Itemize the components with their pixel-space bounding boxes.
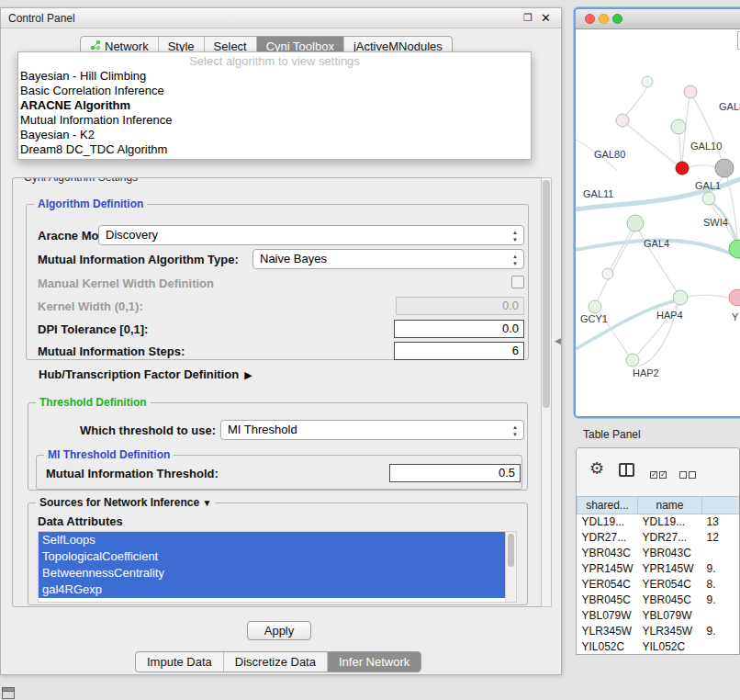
network-edge[interactable] <box>688 295 729 298</box>
network-canvas[interactable]: GAL80GAL10GAL11GAL1SWI4GAL4GCY1HAP4HAP2G… <box>576 29 740 418</box>
sources-group-title[interactable]: Sources for Network Inference ▼ <box>36 496 215 509</box>
table-row[interactable]: YIL052CYIL052C <box>577 639 740 655</box>
table-cell: YER054C <box>577 577 638 593</box>
scrollbar-thumb[interactable] <box>543 180 550 408</box>
network-node[interactable] <box>602 268 613 279</box>
mi-threshold-group-title: MI Threshold Definition <box>44 448 174 461</box>
attributes-list-scrollbar[interactable] <box>505 532 516 602</box>
hub-transcription-section-toggle[interactable]: Hub/Transcription Factor Definition▶ <box>39 367 252 381</box>
expanded-triangle-icon: ▼ <box>202 498 211 508</box>
network-edge[interactable] <box>625 87 647 116</box>
tab-infer-network[interactable]: Infer Network <box>328 652 420 672</box>
table-row[interactable]: YBR045CYBR045C9. <box>577 593 740 608</box>
control-panel-titlebar: Control Panel ❐ ✕ <box>1 8 561 28</box>
table-cell: 8. <box>702 577 740 593</box>
table-settings-gear-icon[interactable]: ⚙ <box>589 460 604 477</box>
network-canvas-svg[interactable]: GAL80GAL10GAL11GAL1SWI4GAL4GCY1HAP4HAP2G… <box>576 29 740 418</box>
network-window-titlebar[interactable] <box>576 9 740 29</box>
panel-splitter-handle[interactable]: ◀ <box>555 336 561 345</box>
table-row[interactable]: YER054CYER054C8. <box>577 577 740 593</box>
tab-impute-data[interactable]: Impute Data <box>136 652 224 672</box>
column-header-shared[interactable]: shared... <box>577 497 638 514</box>
network-node[interactable] <box>702 192 715 205</box>
algorithm-option-basic-correlation-inference[interactable]: Basic Correlation Inference <box>18 84 531 98</box>
network-node[interactable] <box>729 240 740 258</box>
unselect-all-columns-icon[interactable] <box>679 466 698 482</box>
algorithm-option-aracne-algorithm[interactable]: ARACNE Algorithm <box>18 98 531 113</box>
table-row[interactable]: YBL079WYBL079W <box>577 608 740 624</box>
table-cell: YIL052C <box>638 639 702 655</box>
node-label-hap2: HAP2 <box>633 367 659 378</box>
aracne-mode-select[interactable]: Discovery ▲▼ <box>98 225 524 245</box>
network-edge[interactable] <box>689 165 716 167</box>
threshold-definition-group: Threshold Definition Which threshold to … <box>28 402 528 491</box>
network-edge[interactable] <box>622 120 677 164</box>
mi-steps-field[interactable]: 6 <box>394 342 524 360</box>
combo-updown-icon: ▲▼ <box>512 253 518 267</box>
attribute-item-betweennesscentrality[interactable]: BetweennessCentrality <box>39 565 505 581</box>
mi-algorithm-type-label: Mutual Information Algorithm Type: <box>38 253 239 266</box>
close-window-icon[interactable] <box>585 14 595 24</box>
docked-panel-icon[interactable] <box>2 687 15 699</box>
close-panel-icon[interactable]: ✕ <box>541 11 551 25</box>
attribute-item-topologicalcoefficient[interactable]: TopologicalCoefficient <box>39 548 505 565</box>
table-cell: 9. <box>702 593 740 608</box>
table-row[interactable]: YDR27...YDR27...12 <box>577 530 740 546</box>
network-node[interactable] <box>673 290 688 305</box>
network-node[interactable] <box>729 289 740 306</box>
sources-title-text: Sources for Network Inference <box>39 496 199 509</box>
kernel-width-field[interactable]: 0.0 <box>396 297 524 315</box>
column-header-name[interactable]: name <box>638 497 702 514</box>
mi-threshold-label: Mutual Information Threshold: <box>46 467 219 480</box>
algorithm-option-bayesian-hill-climbing[interactable]: Bayesian - Hill Climbing <box>18 69 531 84</box>
algorithm-option-dream8-dc-tdc-algorithm[interactable]: Dream8 DC_TDC Algorithm <box>18 142 531 157</box>
manual-kernel-width-checkbox[interactable] <box>511 276 524 288</box>
network-node[interactable] <box>616 114 629 127</box>
float-window-icon[interactable]: ❐ <box>523 12 533 24</box>
network-node[interactable] <box>626 354 639 367</box>
node-label-gal4: GAL4 <box>644 238 669 249</box>
table-row[interactable]: YPR145WYPR145W9. <box>577 561 740 577</box>
table-cell: 9. <box>702 624 740 639</box>
table-cell: 13 <box>702 514 740 530</box>
table-row[interactable]: YLR345WYLR345W9. <box>577 624 740 639</box>
column-header-extra[interactable] <box>702 497 740 514</box>
settings-scrollbar[interactable] <box>541 177 552 607</box>
network-view-window: GAL80GAL10GAL11GAL1SWI4GAL4GCY1HAP4HAP2G… <box>574 7 740 418</box>
which-threshold-select[interactable]: MI Threshold ▲▼ <box>220 420 524 440</box>
show-columns-icon[interactable] <box>619 463 634 477</box>
network-node[interactable] <box>671 119 686 134</box>
table-row[interactable]: YDL19...YDL19...13 <box>577 514 740 530</box>
aracne-mode-value: Discovery <box>106 228 158 242</box>
attribute-item-gal4rgexp[interactable]: gal4RGexp <box>39 581 505 598</box>
network-node[interactable] <box>642 76 653 87</box>
scrollbar-thumb[interactable] <box>508 534 514 567</box>
mi-threshold-field[interactable]: 0.5 <box>389 464 521 482</box>
algorithm-option-mutual-information-inference[interactable]: Mutual Information Inference <box>18 113 531 128</box>
mi-algorithm-type-select[interactable]: Naive Bayes ▲▼ <box>252 249 524 269</box>
network-edge[interactable] <box>611 231 631 268</box>
algorithm-option-bayesian-k2[interactable]: Bayesian - K2 <box>18 128 531 142</box>
network-node[interactable] <box>684 85 697 98</box>
which-threshold-value: MI Threshold <box>228 423 297 436</box>
table-cell: 9. <box>702 561 740 577</box>
tab-discretize-data[interactable]: Discretize Data <box>224 652 328 672</box>
node-label-hap4: HAP4 <box>656 310 683 321</box>
mi-threshold-group: MI Threshold Definition Mutual Informati… <box>36 455 522 490</box>
network-node[interactable] <box>627 215 644 231</box>
select-all-columns-icon[interactable] <box>650 466 668 482</box>
network-node[interactable] <box>676 162 689 175</box>
cyni-settings-group-title: Cyni Algorithm Settings <box>20 177 141 184</box>
data-attributes-list[interactable]: SelfLoopsTopologicalCoefficientBetweenne… <box>38 531 517 603</box>
minimize-window-icon[interactable] <box>599 14 609 24</box>
zoom-window-icon[interactable] <box>612 14 622 24</box>
network-node[interactable] <box>715 159 734 177</box>
control-panel-window: Control Panel ❐ ✕ NetworkStyleSelectCyni… <box>0 7 562 675</box>
apply-button[interactable]: Apply <box>247 621 311 640</box>
table-cell: 12 <box>702 530 740 546</box>
dpi-tolerance-field[interactable]: 0.0 <box>394 320 524 338</box>
network-node[interactable] <box>589 300 601 313</box>
table-row[interactable]: YBR043CYBR043C <box>577 546 740 561</box>
attribute-item-selfloops[interactable]: SelfLoops <box>39 532 505 548</box>
cyni-mode-tab-strip: Impute DataDiscretize DataInfer Network <box>135 651 421 672</box>
